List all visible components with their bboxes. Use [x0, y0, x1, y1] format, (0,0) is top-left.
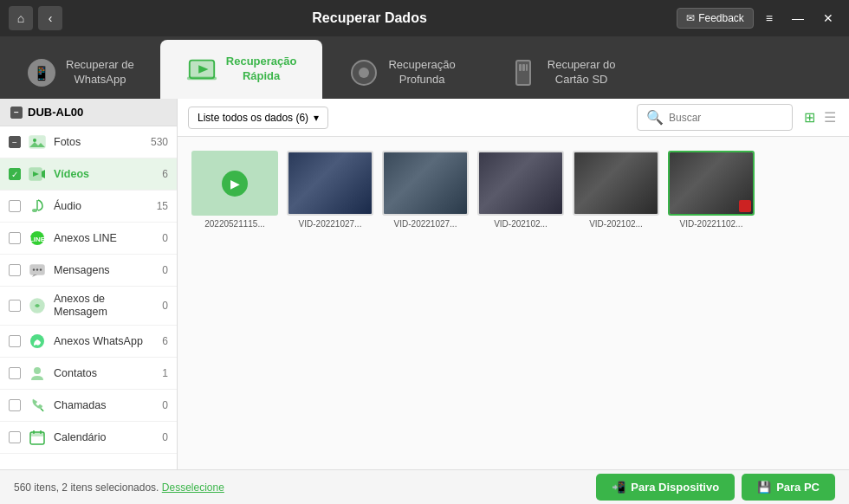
- audio-count: 15: [157, 200, 168, 212]
- contatos-label: Contatos: [54, 367, 155, 379]
- calendario-checkbox[interactable]: [9, 431, 21, 443]
- sidebar-item-contatos[interactable]: Contatos 1: [0, 358, 177, 390]
- sidebar-item-audio[interactable]: Áudio 15: [0, 191, 177, 223]
- contatos-icon: [28, 364, 47, 383]
- back-button[interactable]: ‹: [38, 6, 62, 30]
- anexos-icon: [28, 296, 47, 315]
- sidebar-item-line[interactable]: LINE Anexos LINE 0: [0, 223, 177, 255]
- titlebar: ⌂ ‹ Recuperar Dados ✉ Feedback ≡ — ✕: [0, 0, 849, 36]
- tab-deep-label: Recuperação Profunda: [388, 58, 455, 87]
- video-name-4: VID-202102...: [477, 219, 564, 229]
- nav-tabs: 📱 Recuperar de WhatsApp Recuperação Rápi…: [0, 36, 849, 99]
- video-thumb-4: [477, 151, 564, 216]
- line-label: Anexos LINE: [54, 232, 155, 244]
- video-item-5[interactable]: VID-202102...: [573, 151, 659, 229]
- sidebar: − DUB-AL00 − Fotos 530 ✓ Vídeos 6: [0, 99, 178, 469]
- statusbar: 560 itens, 2 itens selecionados. Dessele…: [0, 469, 849, 504]
- restore-device-button[interactable]: 📲 Para Dispositivo: [596, 474, 735, 501]
- sidebar-item-mensagens[interactable]: Mensagens 0: [0, 255, 177, 287]
- list-icon: ☰: [824, 110, 836, 125]
- video-thumbnail-4: [479, 152, 562, 214]
- sidebar-item-fotos[interactable]: − Fotos 530: [0, 126, 177, 158]
- search-box: 🔍: [637, 104, 793, 131]
- video-name-5: VID-202102...: [573, 219, 659, 229]
- menu-button[interactable]: ≡: [759, 8, 780, 29]
- video-item-4[interactable]: VID-202102...: [477, 151, 564, 229]
- video-grid: ▶ 20220521115... VID-20221027... VID-202…: [178, 137, 849, 469]
- tab-whatsapp-label: Recuperar de WhatsApp: [66, 58, 134, 87]
- whatsapp-count: 6: [162, 335, 168, 347]
- select-all-checkbox[interactable]: −: [10, 107, 23, 119]
- tab-quick[interactable]: Recuperação Rápida: [160, 40, 323, 99]
- mensagens-label: Mensagens: [54, 264, 155, 276]
- video-name-6: VID-20221102...: [668, 219, 755, 229]
- list-view-button[interactable]: ☰: [821, 107, 839, 128]
- video-item-1[interactable]: ▶ 20220521115...: [191, 151, 278, 229]
- chamadas-count: 0: [162, 399, 168, 411]
- minimize-button[interactable]: —: [785, 8, 811, 29]
- contatos-checkbox[interactable]: [9, 367, 21, 379]
- home-icon: ⌂: [17, 11, 24, 25]
- tab-quick-label: Recuperação Rápida: [226, 55, 297, 84]
- video-item-6[interactable]: VID-20221102...: [668, 151, 755, 229]
- fotos-count: 530: [151, 136, 168, 148]
- deep-recovery-icon: [348, 57, 379, 88]
- line-icon: LINE: [28, 229, 47, 248]
- anexos-label: Anexos deMensagem: [54, 293, 155, 319]
- video-thumbnail-2: [288, 152, 372, 214]
- mensagens-checkbox[interactable]: [9, 264, 21, 276]
- filter-dropdown[interactable]: Liste todos os dados (6) ▾: [188, 107, 328, 129]
- close-button[interactable]: ✕: [816, 8, 840, 29]
- fotos-icon: [28, 132, 47, 152]
- sidebar-item-chamadas[interactable]: Chamadas 0: [0, 390, 177, 422]
- video-item-3[interactable]: VID-20221027...: [382, 151, 469, 229]
- anexos-count: 0: [162, 300, 168, 312]
- mensagens-count: 0: [162, 264, 168, 276]
- home-button[interactable]: ⌂: [9, 6, 33, 30]
- tab-sd[interactable]: Recuperar do Cartão SD: [482, 47, 642, 99]
- whatsapp-label: Anexos WhatsApp: [54, 335, 155, 347]
- tab-deep[interactable]: Recuperação Profunda: [322, 47, 481, 99]
- content-area: Liste todos os dados (6) ▾ 🔍 ⊞ ☰ ▶: [178, 99, 849, 469]
- sidebar-item-whatsapp[interactable]: Anexos WhatsApp 6: [0, 326, 177, 358]
- mail-icon: ✉: [686, 12, 695, 24]
- play-icon: ▶: [222, 171, 248, 197]
- whatsapp-icon: [28, 332, 47, 351]
- videos-checkbox[interactable]: ✓: [9, 168, 21, 180]
- fotos-label: Fotos: [54, 136, 144, 148]
- anexos-checkbox[interactable]: [9, 300, 21, 312]
- deselect-link[interactable]: Desselecione: [162, 481, 224, 494]
- chamadas-checkbox[interactable]: [9, 399, 21, 411]
- search-input[interactable]: [669, 112, 783, 124]
- search-icon: 🔍: [646, 109, 664, 126]
- svg-rect-11: [519, 64, 522, 71]
- device-icon: 📲: [612, 481, 625, 494]
- video-thumb-5: [573, 151, 659, 216]
- svg-rect-12: [522, 64, 525, 71]
- sidebar-item-anexos[interactable]: Anexos deMensagem 0: [0, 287, 177, 326]
- sidebar-header: − DUB-AL00: [0, 99, 177, 126]
- feedback-button[interactable]: ✉ Feedback: [677, 8, 754, 29]
- svg-text:📱: 📱: [33, 65, 50, 81]
- video-thumb-3: [382, 151, 469, 216]
- sidebar-item-calendario[interactable]: Calendário 0: [0, 422, 177, 454]
- line-checkbox[interactable]: [9, 232, 21, 244]
- sd-icon: [508, 57, 539, 88]
- restore-pc-button[interactable]: 💾 Para PC: [742, 474, 835, 501]
- calendario-label: Calendário: [54, 431, 155, 443]
- tab-sd-label: Recuperar do Cartão SD: [548, 58, 616, 87]
- chamadas-icon: [28, 396, 47, 415]
- sidebar-item-videos[interactable]: ✓ Vídeos 6: [0, 158, 177, 191]
- audio-label: Áudio: [54, 200, 150, 212]
- grid-view-button[interactable]: ⊞: [801, 107, 818, 128]
- video-thumb-6: [668, 151, 755, 216]
- audio-checkbox[interactable]: [9, 200, 21, 212]
- video-item-2[interactable]: VID-20221027...: [287, 151, 373, 229]
- svg-point-8: [359, 68, 369, 78]
- fotos-checkbox[interactable]: −: [9, 136, 21, 148]
- calendario-count: 0: [162, 431, 168, 443]
- video-name-1: 20220521115...: [191, 219, 278, 229]
- video-name-3: VID-20221027...: [382, 219, 469, 229]
- tab-whatsapp[interactable]: 📱 Recuperar de WhatsApp: [0, 47, 160, 99]
- whatsapp-checkbox[interactable]: [9, 335, 21, 347]
